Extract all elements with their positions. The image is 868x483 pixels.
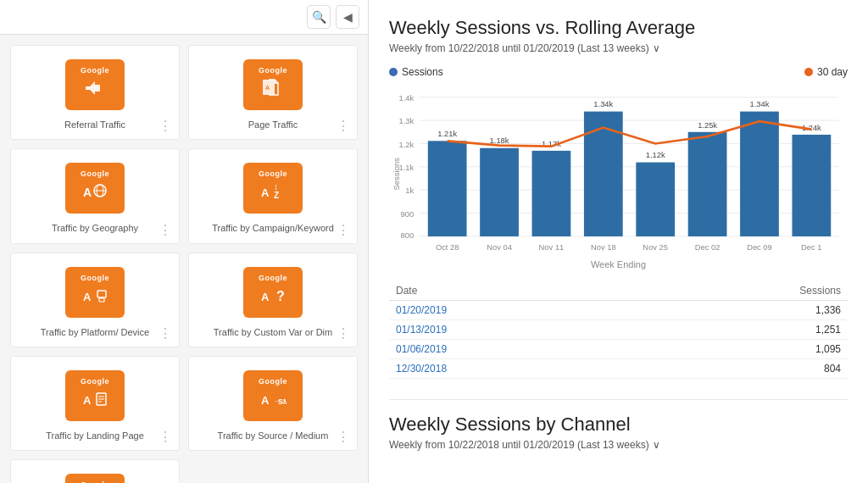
svg-rect-0 <box>86 86 90 90</box>
campaign-icon: A ↕ Z <box>259 180 287 207</box>
svg-text:Z: Z <box>274 191 279 200</box>
section-divider <box>389 399 848 400</box>
back-icon[interactable]: ◀ <box>336 5 359 29</box>
geo-icon: A <box>81 180 108 207</box>
search-icon[interactable]: 🔍 <box>307 5 331 29</box>
svg-text:Nov 11: Nov 11 <box>539 242 565 252</box>
landing-icon: A <box>81 387 108 414</box>
left-panel: 🔍 ◀ Google Referral Traffic ⋮ Google <box>0 0 369 483</box>
card-icon-wrap: Google A ↕ Z <box>243 163 303 214</box>
card-source-label: Google <box>81 377 109 386</box>
card-icon-wrap: Google A <box>65 370 125 421</box>
cell-sessions: 1,251 <box>637 320 848 340</box>
cards-grid: Google Referral Traffic ⋮ Google <box>0 35 368 483</box>
card-menu-dots[interactable]: ⋮ <box>159 118 172 134</box>
bar-dec02 <box>688 132 727 236</box>
rolling-dot <box>804 68 813 76</box>
rolling-legend: 30 day <box>804 66 848 78</box>
bar-nov25 <box>636 163 675 236</box>
sessions-dot <box>389 68 398 76</box>
svg-text:1k: 1k <box>405 186 414 195</box>
cell-date: 01/13/2019 <box>389 320 637 340</box>
svg-text:SM: SM <box>278 397 287 406</box>
card-icon-wrap: Google A → SM <box>243 370 303 421</box>
card-source-label: Google <box>259 274 287 282</box>
svg-text:1.34k: 1.34k <box>593 99 613 108</box>
source-icon: A → SM <box>259 387 287 414</box>
svg-text:1.21k: 1.21k <box>437 129 457 138</box>
svg-text:1.3k: 1.3k <box>398 116 414 125</box>
svg-text:?: ? <box>276 289 285 303</box>
card-geography[interactable]: Google A Traffic by Geography ⋮ <box>10 148 180 243</box>
svg-text:A: A <box>261 186 270 199</box>
svg-rect-12 <box>99 298 104 302</box>
svg-text:Nov 25: Nov 25 <box>643 242 668 252</box>
svg-text:800: 800 <box>401 230 415 240</box>
card-menu-dots[interactable]: ⋮ <box>337 222 350 238</box>
svg-rect-11 <box>97 291 106 297</box>
top-bar: 🔍 ◀ <box>0 0 368 35</box>
card-icon-wrap: Google A CG <box>65 474 125 483</box>
bar-nov18 <box>584 112 623 236</box>
card-source-label: Google <box>81 274 109 282</box>
page-icon: A <box>260 76 286 103</box>
card-platform[interactable]: Google A Traffic by Platform/ Device ⋮ <box>10 253 180 347</box>
chart-container: 1.4k 1.3k 1.2k 1.1k 1k 900 800 Sessions … <box>389 85 848 254</box>
svg-text:1.34k: 1.34k <box>750 99 770 108</box>
card-title-campaign: Traffic by Campaign/Keyword <box>212 222 334 234</box>
card-menu-dots[interactable]: ⋮ <box>337 118 350 134</box>
channel-title: Weekly Sessions by Channel <box>389 414 848 436</box>
bar-dec16 <box>792 135 831 236</box>
card-source-label: Google <box>259 169 287 178</box>
right-panel: Weekly Sessions vs. Rolling Average Week… <box>369 0 868 483</box>
card-title-landing: Traffic by Landing Page <box>46 430 144 441</box>
table-row: 01/20/20191,336 <box>389 301 848 320</box>
card-menu-dots[interactable]: ⋮ <box>337 429 350 445</box>
svg-text:A: A <box>261 291 270 303</box>
card-title-page: Page Traffic <box>248 119 298 130</box>
card-source-label: Google <box>81 169 109 178</box>
svg-text:A: A <box>83 186 92 199</box>
svg-text:Dec 02: Dec 02 <box>695 242 721 252</box>
card-source-medium[interactable]: Google A → SM Traffic by Source / Medium… <box>188 356 358 451</box>
card-source-label: Google <box>259 66 287 75</box>
svg-text:1.2k: 1.2k <box>398 140 414 149</box>
cell-sessions: 1,336 <box>637 301 848 320</box>
card-menu-dots[interactable]: ⋮ <box>159 325 172 341</box>
bar-chart: 1.4k 1.3k 1.2k 1.1k 1k 900 800 Sessions … <box>389 85 848 254</box>
referral-icon <box>83 76 107 103</box>
channel-subtitle: Weekly from 10/22/2018 until 01/20/2019 … <box>389 439 848 451</box>
cell-sessions: 1,095 <box>637 340 848 359</box>
custom-icon: A ? <box>259 284 287 311</box>
svg-text:1.12k: 1.12k <box>646 150 665 159</box>
cell-sessions: 804 <box>637 359 848 379</box>
sessions-table: Date Sessions 01/20/20191,33601/13/20191… <box>389 281 848 379</box>
card-icon-wrap: Google <box>65 59 125 110</box>
svg-text:Dec 1­: Dec 1­ <box>801 242 821 252</box>
svg-text:Nov 18: Nov 18 <box>591 242 616 252</box>
card-title-source: Traffic by Source / Medium <box>218 430 329 441</box>
cell-date: 01/06/2019 <box>389 340 637 359</box>
card-menu-dots[interactable]: ⋮ <box>159 222 172 238</box>
subtitle-chevron[interactable]: ∨ <box>653 42 660 54</box>
svg-text:Oct 28: Oct 28 <box>436 242 459 252</box>
card-custom[interactable]: Google A ? Traffic by Custom Var or Dim … <box>188 253 358 347</box>
card-cg[interactable]: Google A CG CG Traffic ⋮ <box>10 459 180 483</box>
col-date: Date <box>389 281 637 301</box>
card-page-traffic[interactable]: Google A Page Traffic ⋮ <box>188 45 358 140</box>
channel-chevron[interactable]: ∨ <box>653 439 660 451</box>
svg-text:900: 900 <box>401 209 415 219</box>
card-title-custom: Traffic by Custom Var or Dim <box>214 326 332 338</box>
card-menu-dots[interactable]: ⋮ <box>337 325 350 341</box>
card-title-platform: Traffic by Platform/ Device <box>41 326 149 338</box>
chart-legend: Sessions 30 day <box>389 66 848 78</box>
bar-dec09 <box>740 112 779 236</box>
card-campaign[interactable]: Google A ↕ Z Traffic by Campaign/Keyword… <box>188 148 358 243</box>
card-landing[interactable]: Google A Traffic by Landing Page ⋮ <box>10 356 180 451</box>
card-menu-dots[interactable]: ⋮ <box>159 429 172 445</box>
sessions-legend: Sessions <box>389 66 443 78</box>
chart-title: Weekly Sessions vs. Rolling Average <box>389 17 848 39</box>
card-referral-traffic[interactable]: Google Referral Traffic ⋮ <box>10 45 180 140</box>
bar-nov04 <box>480 148 519 236</box>
table-row: 01/06/20191,095 <box>389 340 848 359</box>
